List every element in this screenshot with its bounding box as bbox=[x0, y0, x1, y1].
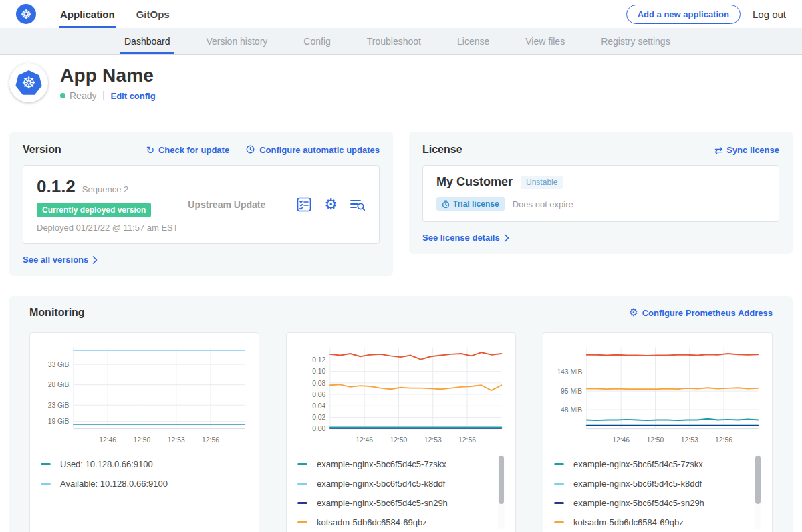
configure-prometheus-link[interactable]: ⚙ Configure Prometheus Address bbox=[628, 307, 773, 318]
legend-label: kotsadm-5db6dc6584-69qbz bbox=[573, 517, 684, 527]
legend-label: kotsadm-5db6dc6584-69qbz bbox=[317, 517, 427, 527]
legend-color-dash bbox=[554, 463, 564, 465]
cpu-usage-card: 0.120.100.080.060.040.020.0012:4612:5012… bbox=[286, 332, 516, 532]
tab-dashboard[interactable]: Dashboard bbox=[124, 28, 170, 54]
svg-text:0.08: 0.08 bbox=[312, 380, 325, 387]
legend-label: example-nginx-5bc6f5d4c5-sn29h bbox=[317, 498, 448, 508]
add-new-application-button[interactable]: Add a new application bbox=[626, 5, 741, 24]
config-gear-icon[interactable]: ⚙ bbox=[323, 196, 339, 213]
legend-color-dash bbox=[297, 502, 307, 504]
sync-license-link[interactable]: ⇄ Sync license bbox=[714, 145, 779, 155]
legend-item: example-nginx-5bc6f5d4c5-sn29h bbox=[297, 493, 493, 513]
svg-text:143 MiB: 143 MiB bbox=[557, 368, 582, 376]
top-header: ☸ Application GitOps Add a new applicati… bbox=[0, 0, 802, 28]
kubernetes-app-icon: ☸ bbox=[15, 70, 42, 96]
tab-registry-settings[interactable]: Registry settings bbox=[601, 28, 670, 54]
stopwatch-icon bbox=[442, 200, 450, 209]
legend-label: Used: 10.128.0.66:9100 bbox=[60, 459, 153, 469]
legend-color-dash bbox=[297, 463, 307, 465]
legend-item: kotsadm-5db6dc6584-69qbz bbox=[297, 513, 493, 532]
cards-row: Version ↻ Check for update Configure aut… bbox=[0, 112, 802, 276]
license-card-title: License bbox=[422, 144, 462, 156]
memory-usage-chart: 143 MiB95 MiB48 MiB12:4612:5012:5312:56 bbox=[554, 342, 761, 448]
svg-text:28 GiB: 28 GiB bbox=[48, 381, 70, 388]
legend-label: example-nginx-5bc6f5d4c5-sn29h bbox=[573, 498, 704, 508]
logout-link[interactable]: Log out bbox=[753, 9, 786, 20]
cpu-usage-chart: 0.120.100.080.060.040.020.0012:4612:5012… bbox=[297, 342, 505, 448]
edit-config-link[interactable]: Edit config bbox=[110, 91, 155, 101]
license-type-badge: Trial license bbox=[436, 197, 505, 211]
legend-label: example-nginx-5bc6f5d4c5-7zskx bbox=[317, 459, 446, 469]
svg-text:12:46: 12:46 bbox=[356, 436, 373, 444]
legend-color-dash bbox=[554, 483, 564, 485]
chevron-right-icon bbox=[504, 234, 509, 242]
preflight-checks-icon[interactable] bbox=[296, 196, 312, 213]
scrollbar-thumb[interactable] bbox=[755, 456, 761, 504]
svg-text:33 GiB: 33 GiB bbox=[48, 361, 70, 368]
svg-text:12:53: 12:53 bbox=[681, 436, 698, 444]
svg-text:0.10: 0.10 bbox=[312, 368, 325, 375]
legend-item: example-nginx-5bc6f5d4c5-k8ddf bbox=[554, 474, 749, 493]
legend-color-dash bbox=[41, 463, 51, 465]
nav-item-gitops[interactable]: GitOps bbox=[135, 0, 171, 28]
legend-item: example-nginx-5bc6f5d4c5-sn29h bbox=[554, 493, 749, 513]
legend-label: example-nginx-5bc6f5d4c5-k8ddf bbox=[573, 479, 702, 489]
legend-label: example-nginx-5bc6f5d4c5-7zskx bbox=[573, 459, 703, 469]
channel-badge: Unstable bbox=[521, 176, 563, 189]
tab-license[interactable]: License bbox=[457, 28, 489, 54]
svg-text:12:53: 12:53 bbox=[424, 436, 442, 444]
license-info-box: My Customer Unstable Trial license Does … bbox=[422, 165, 779, 222]
disk-usage-chart: 33 GiB28 GiB23 GiB19 GiB12:4612:5012:531… bbox=[41, 342, 248, 448]
nav-item-application[interactable]: Application bbox=[59, 0, 116, 28]
tab-config[interactable]: Config bbox=[303, 28, 330, 54]
gear-icon: ⚙ bbox=[628, 307, 638, 318]
check-for-update-link[interactable]: ↻ Check for update bbox=[146, 145, 229, 155]
legend-label: Available: 10.128.0.66:9100 bbox=[60, 479, 168, 489]
svg-text:12:56: 12:56 bbox=[458, 436, 476, 444]
app-subnav: Dashboard Version history Config Trouble… bbox=[0, 28, 802, 55]
check-for-update-label: Check for update bbox=[158, 145, 229, 155]
monitoring-section: Monitoring ⚙ Configure Prometheus Addres… bbox=[9, 296, 793, 532]
tab-version-history[interactable]: Version history bbox=[207, 28, 268, 54]
page-title: App Name bbox=[60, 65, 156, 86]
legend-item: example-nginx-5bc6f5d4c5-7zskx bbox=[297, 454, 493, 474]
legend-scrollbar[interactable] bbox=[498, 454, 505, 529]
version-card: Version ↻ Check for update Configure aut… bbox=[9, 132, 393, 276]
view-logs-icon[interactable] bbox=[350, 196, 366, 213]
version-sequence: Sequence 2 bbox=[82, 184, 128, 194]
sync-license-label: Sync license bbox=[726, 145, 779, 155]
version-card-title: Version bbox=[23, 144, 61, 156]
legend-scrollbar[interactable] bbox=[755, 454, 761, 529]
svg-text:0.06: 0.06 bbox=[312, 391, 325, 398]
legend-item: Available: 10.128.0.66:9100 bbox=[41, 474, 236, 493]
license-expiry-text: Does not expire bbox=[513, 199, 573, 209]
divider bbox=[103, 91, 104, 100]
legend-item: example-nginx-5bc6f5d4c5-k8ddf bbox=[297, 474, 493, 493]
svg-text:19 GiB: 19 GiB bbox=[48, 418, 70, 425]
svg-text:12:46: 12:46 bbox=[612, 436, 630, 444]
configure-automatic-updates-label: Configure automatic updates bbox=[259, 145, 380, 155]
configure-automatic-updates-link[interactable]: Configure automatic updates bbox=[245, 144, 380, 156]
cpu-usage-legend: example-nginx-5bc6f5d4c5-7zskxexample-ng… bbox=[297, 454, 505, 532]
app-header: ☸ App Name Ready Edit config bbox=[0, 55, 802, 112]
refresh-icon: ↻ bbox=[146, 145, 154, 155]
svg-text:12:50: 12:50 bbox=[647, 436, 664, 444]
svg-text:95 MiB: 95 MiB bbox=[561, 388, 582, 395]
update-type-label: Upstream Update bbox=[188, 199, 265, 210]
legend-color-dash bbox=[297, 521, 307, 523]
legend-item: example-nginx-5bc6f5d4c5-7zskx bbox=[554, 454, 749, 474]
see-all-versions-link[interactable]: See all versions bbox=[23, 255, 98, 265]
legend-color-dash bbox=[297, 483, 307, 485]
svg-text:12:56: 12:56 bbox=[715, 436, 732, 444]
top-header-right: Add a new application Log out bbox=[626, 5, 786, 24]
version-number: 0.1.2 bbox=[37, 176, 76, 197]
tab-view-files[interactable]: View files bbox=[525, 28, 565, 54]
see-license-details-link[interactable]: See license details bbox=[422, 233, 509, 243]
memory-usage-card: 143 MiB95 MiB48 MiB12:4612:5012:5312:56 … bbox=[543, 332, 773, 532]
charts-row: 33 GiB28 GiB23 GiB19 GiB12:4612:5012:531… bbox=[20, 332, 782, 532]
scrollbar-thumb[interactable] bbox=[499, 456, 504, 504]
current-version-box: 0.1.2 Sequence 2 Currently deployed vers… bbox=[23, 165, 380, 244]
svg-text:0.02: 0.02 bbox=[312, 414, 325, 421]
sync-arrows-icon: ⇄ bbox=[714, 145, 723, 155]
tab-troubleshoot[interactable]: Troubleshoot bbox=[367, 28, 421, 54]
